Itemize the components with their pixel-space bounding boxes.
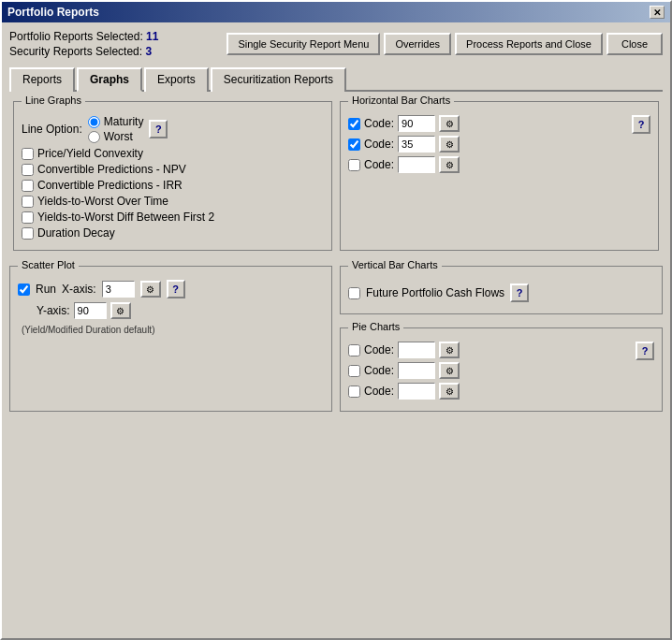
scatter-yaxis-input[interactable] [74,302,107,319]
pie-check-3[interactable] [348,385,360,398]
hbar-label-3: Code: [364,158,394,171]
checkbox-price-yield: Price/Yield Convexity [22,147,324,160]
checkbox-yields-diff-label: Yields-to-Worst Diff Between First 2 [37,211,214,224]
scatter-default-note: (Yield/Modified Duration default) [22,325,324,335]
tab-securitization-reports[interactable]: Securitization Reports [211,67,346,92]
security-count-value: 3 [145,45,152,58]
header-buttons: Single Security Report Menu Overrides Pr… [226,33,663,55]
pie-gear-2[interactable]: ⚙ [439,362,460,379]
checkbox-yields-over-time: Yields-to-Worst Over Time [22,195,324,208]
line-graphs-panel: Line Graphs Line Option: Maturity Worst [13,101,332,251]
hbar-input-3[interactable] [398,156,435,173]
checkbox-yields-over-time-label: Yields-to-Worst Over Time [37,195,168,208]
hbar-row-1: Code: ⚙ [348,115,626,132]
vert-bar-label: Future Portfolio Cash Flows [366,286,504,299]
hbar-input-2[interactable] [398,136,435,153]
radio-worst-row: Worst [88,130,144,143]
single-security-button[interactable]: Single Security Report Menu [226,33,380,55]
portfolio-count-label: Portfolio Reports Selected: 11 [9,30,158,43]
pie-gear-3[interactable]: ⚙ [439,383,460,400]
checkbox-yields-diff: Yields-to-Worst Diff Between First 2 [22,211,324,224]
checkbox-conv-npv: Convertible Predictions - NPV [22,163,324,176]
hbar-check-2[interactable] [348,138,360,151]
checkbox-conv-npv-input[interactable] [22,164,34,176]
right-column: Vertical Bar Charts Future Portfolio Cas… [340,266,663,417]
checkbox-conv-irr: Convertible Predictions - IRR [22,179,324,192]
checkbox-price-yield-input[interactable] [22,148,34,160]
pie-label-2: Code: [364,364,394,377]
scatter-run-row: Run X-axis: ⚙ ? [18,280,324,298]
header-row: Portfolio Reports Selected: 11 Security … [9,30,663,58]
line-graphs-title: Line Graphs [22,95,85,106]
hbar-help-button[interactable]: ? [632,115,650,134]
pie-charts-panel: Pie Charts Code: ⚙ [340,327,663,412]
title-bar-close-button[interactable]: ✕ [650,6,665,19]
tabs-row: Reports Graphs Exports Securitization Re… [9,65,663,92]
vertical-bar-title: Vertical Bar Charts [348,259,442,270]
horizontal-bar-title: Horizontal Bar Charts [348,95,454,106]
line-option-label: Line Option: [22,123,82,136]
scatter-xaxis-gear[interactable]: ⚙ [140,281,161,298]
pie-charts-title: Pie Charts [348,321,403,332]
radio-group: Maturity Worst [88,115,144,143]
hbar-label-2: Code: [364,138,394,151]
checkbox-price-yield-label: Price/Yield Convexity [37,147,143,160]
overrides-button[interactable]: Overrides [384,33,451,55]
pie-gear-1[interactable]: ⚙ [439,342,460,358]
pie-row-3: Code: ⚙ [348,383,630,400]
vert-bar-checkbox[interactable] [348,287,360,299]
horizontal-bar-panel: Horizontal Bar Charts Code: ⚙ [340,101,659,251]
pie-row-2: Code: ⚙ [348,362,630,379]
pie-input-2[interactable] [398,362,435,379]
tab-reports[interactable]: Reports [9,67,75,92]
checkbox-duration-decay-label: Duration Decay [37,226,115,240]
checkbox-yields-over-time-input[interactable] [22,196,34,208]
scatter-run-checkbox[interactable] [18,284,30,296]
hbar-row-3: Code: ⚙ [348,156,626,173]
close-button[interactable]: Close [606,33,663,55]
radio-worst[interactable] [88,131,100,143]
portfolio-count-value: 11 [146,30,158,43]
portfolio-reports-window: Portfolio Reports ✕ Portfolio Reports Se… [0,0,672,640]
window-title: Portfolio Reports [7,6,99,19]
hbar-gear-1[interactable]: ⚙ [439,115,460,132]
vert-bar-help-button[interactable]: ? [510,284,529,302]
radio-maturity[interactable] [88,116,100,128]
tab-graphs[interactable]: Graphs [77,67,142,92]
pie-check-1[interactable] [348,344,360,356]
pie-label-1: Code: [364,343,394,356]
scatter-help-button[interactable]: ? [167,280,185,298]
pie-check-2[interactable] [348,365,360,377]
scatter-plot-panel: Scatter Plot Run X-axis: ⚙ ? Y-axis: ⚙ [9,266,332,412]
radio-worst-label: Worst [104,130,133,143]
vertical-bar-panel: Vertical Bar Charts Future Portfolio Cas… [340,266,663,314]
checkbox-conv-irr-input[interactable] [22,180,34,192]
hbar-gear-3[interactable]: ⚙ [439,156,460,173]
pie-input-1[interactable] [398,342,435,358]
scatter-xaxis-label: X-axis: [62,283,96,296]
hbar-label-1: Code: [364,117,394,130]
checkbox-yields-diff-input[interactable] [22,211,34,224]
pie-input-3[interactable] [398,383,435,400]
process-reports-button[interactable]: Process Reports and Close [455,33,603,55]
checkbox-duration-decay-input[interactable] [22,227,34,240]
hbar-gear-2[interactable]: ⚙ [439,136,460,153]
pie-help-button[interactable]: ? [635,342,654,360]
checkbox-conv-npv-label: Convertible Predictions - NPV [37,163,186,176]
hbar-input-1[interactable] [398,115,435,132]
scatter-yaxis-gear[interactable]: ⚙ [110,302,131,319]
scatter-xaxis-input[interactable] [102,281,135,298]
line-option-row: Line Option: Maturity Worst ? [22,115,324,143]
tab-exports[interactable]: Exports [144,67,209,92]
hbar-check-1[interactable] [348,118,360,130]
report-counts: Portfolio Reports Selected: 11 Security … [9,30,158,58]
title-bar: Portfolio Reports ✕ [2,2,670,22]
bottom-area: Scatter Plot Run X-axis: ⚙ ? Y-axis: ⚙ [9,266,663,417]
line-graphs-help-button[interactable]: ? [149,120,168,138]
hbar-check-3[interactable] [348,159,360,171]
main-content: Line Graphs Line Option: Maturity Worst [9,97,663,260]
checkbox-conv-irr-label: Convertible Predictions - IRR [37,179,183,192]
scatter-yaxis-row: Y-axis: ⚙ [37,302,324,319]
scatter-run-label: Run [36,283,56,296]
hbar-row-2: Code: ⚙ [348,136,626,153]
